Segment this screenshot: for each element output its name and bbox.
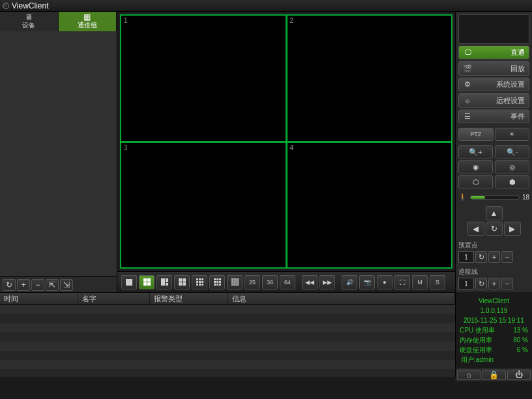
right-panel: 🖵直通 🎬回放 ⚙系统设置 ☼远程设置 ☰事件 PTZ ☀ 🔍+ 🔍- ◉ ◎ … <box>455 12 532 292</box>
playback-button[interactable]: 🎬回放 <box>458 61 529 76</box>
disk-value: 6 % <box>517 345 528 355</box>
left-panel: 🖥 设备 ▦ 通道组 ↻ + − ⇱ ⇲ <box>0 12 117 292</box>
cell-num: 3 <box>124 144 128 151</box>
layout-1-7[interactable] <box>174 275 190 289</box>
expand-icon: ⛶ <box>400 279 406 286</box>
layout-1-12[interactable] <box>209 275 225 289</box>
event-header: 时间 名字 报警类型 信息 <box>0 292 455 305</box>
preset-number[interactable] <box>458 251 474 263</box>
col-name[interactable]: 名字 <box>78 293 150 304</box>
refresh-button[interactable]: ↻ <box>3 279 16 291</box>
video-cell-1[interactable]: 1 <box>121 15 286 141</box>
sun-icon: ☀ <box>509 131 514 138</box>
col-time[interactable]: 时间 <box>0 293 78 304</box>
fullscreen-button[interactable]: ⛶ <box>394 275 410 289</box>
event-list[interactable] <box>0 305 455 377</box>
layout-1x1[interactable] <box>121 275 137 289</box>
gear-icon: ⚙ <box>463 80 472 89</box>
prev-page-button[interactable]: ◀◀ <box>302 275 318 289</box>
home-button[interactable]: ⌂ <box>457 370 480 380</box>
mem-label: 内存使用率 <box>460 335 492 345</box>
tab-devices[interactable]: 🖥 设备 <box>0 12 59 31</box>
zoom-out-icon: 🔍- <box>507 148 518 156</box>
user-label: 用户: <box>461 356 476 363</box>
preset-add-button[interactable]: + <box>488 251 500 263</box>
video-cell-3[interactable]: 3 <box>121 142 286 269</box>
monitor-icon: 🖥 <box>25 13 33 21</box>
focus-far-icon: ◎ <box>509 163 516 171</box>
lock-button[interactable]: 🔒 <box>482 370 505 380</box>
status-datetime: 2015-11-25 15:19:11 <box>458 316 529 325</box>
cell-num: 2 <box>290 17 294 24</box>
focus-near-icon: ◉ <box>473 163 479 171</box>
iris-close-button[interactable]: ⬢ <box>495 175 529 188</box>
status-version: 1.0.0.119 <box>458 306 529 316</box>
control-bar: 25 36 64 ◀◀ ▶▶ 🔊 📷 ● ⛶ M S <box>117 271 455 292</box>
col-info[interactable]: 信息 <box>228 293 455 304</box>
preview-thumbnail <box>458 14 529 44</box>
event-button[interactable]: ☰事件 <box>458 110 529 124</box>
cruise-goto-button[interactable]: ↻ <box>475 278 487 289</box>
speed-value: 18 <box>522 194 529 201</box>
live-button[interactable]: 🖵直通 <box>458 46 529 60</box>
device-tree[interactable] <box>0 31 117 276</box>
ptz-auto-button[interactable]: ↻ <box>486 222 503 236</box>
cruise-label: 巡航线 <box>458 267 529 276</box>
cruise-add-button[interactable]: + <box>488 278 500 289</box>
aux-tab[interactable]: ☀ <box>495 128 530 141</box>
tab-channel-groups[interactable]: ▦ 通道组 <box>59 12 117 31</box>
lock-icon: 🔒 <box>489 370 499 379</box>
cell-num: 4 <box>290 144 294 151</box>
power-button[interactable]: ⏻ <box>507 370 531 380</box>
speed-slider[interactable] <box>470 196 520 200</box>
record-icon: ● <box>383 279 386 286</box>
film-icon: 🎬 <box>463 65 472 73</box>
cruise-number[interactable] <box>458 278 474 289</box>
layout-3x3[interactable] <box>192 275 207 289</box>
snapshot-button[interactable]: 📷 <box>359 275 375 289</box>
layout-4x4[interactable] <box>227 275 243 289</box>
remove-button[interactable]: − <box>31 279 44 291</box>
layout-36[interactable]: 36 <box>262 275 278 289</box>
app-icon <box>3 3 9 9</box>
tab-channel-groups-label: 通道组 <box>78 21 97 30</box>
preset-del-button[interactable]: − <box>501 251 513 263</box>
cpu-label: CPU 使用率 <box>460 325 495 335</box>
system-config-button[interactable]: ⚙系统设置 <box>458 78 529 92</box>
layout-64[interactable]: 64 <box>280 275 295 289</box>
zoom-out-button[interactable]: 🔍- <box>495 145 529 158</box>
list-icon: ☰ <box>463 112 472 121</box>
layout-25[interactable]: 25 <box>244 275 260 289</box>
title-bar: ViewClient <box>0 0 532 12</box>
next-page-button[interactable]: ▶▶ <box>319 275 335 289</box>
export-button[interactable]: ⇲ <box>60 279 73 291</box>
preset-goto-button[interactable]: ↻ <box>475 251 487 263</box>
layout-2x2[interactable] <box>139 275 155 289</box>
ptz-tab[interactable]: PTZ <box>458 128 494 141</box>
sub-stream-button[interactable]: S <box>430 275 445 289</box>
import-button[interactable]: ⇱ <box>46 279 59 291</box>
iris-open-button[interactable]: ⬡ <box>458 175 493 188</box>
video-cell-2[interactable]: 2 <box>287 15 452 141</box>
status-app: ViewClient <box>458 296 529 306</box>
user-value: admin <box>476 356 494 363</box>
layout-1-5[interactable] <box>156 275 172 289</box>
ptz-left-button[interactable]: ◀ <box>467 222 484 236</box>
record-button[interactable]: ● <box>377 275 392 289</box>
col-alarm-type[interactable]: 报警类型 <box>150 293 228 304</box>
cruise-del-button[interactable]: − <box>501 278 513 289</box>
add-button[interactable]: + <box>17 279 30 291</box>
ptz-up-button[interactable]: ▲ <box>486 206 503 220</box>
camera-icon: 📷 <box>364 279 371 286</box>
main-stream-button[interactable]: M <box>412 275 428 289</box>
ptz-right-button[interactable]: ▶ <box>504 222 521 236</box>
audio-button[interactable]: 🔊 <box>342 275 357 289</box>
focus-near-button[interactable]: ◉ <box>458 160 493 173</box>
iris-close-icon: ⬢ <box>509 178 516 186</box>
grid-icon: ▦ <box>83 13 91 21</box>
video-cell-4[interactable]: 4 <box>287 142 452 269</box>
remote-config-button[interactable]: ☼远程设置 <box>458 93 529 108</box>
preset-label: 预置点 <box>458 241 529 250</box>
focus-far-button[interactable]: ◎ <box>495 160 529 173</box>
zoom-in-button[interactable]: 🔍+ <box>458 145 493 158</box>
